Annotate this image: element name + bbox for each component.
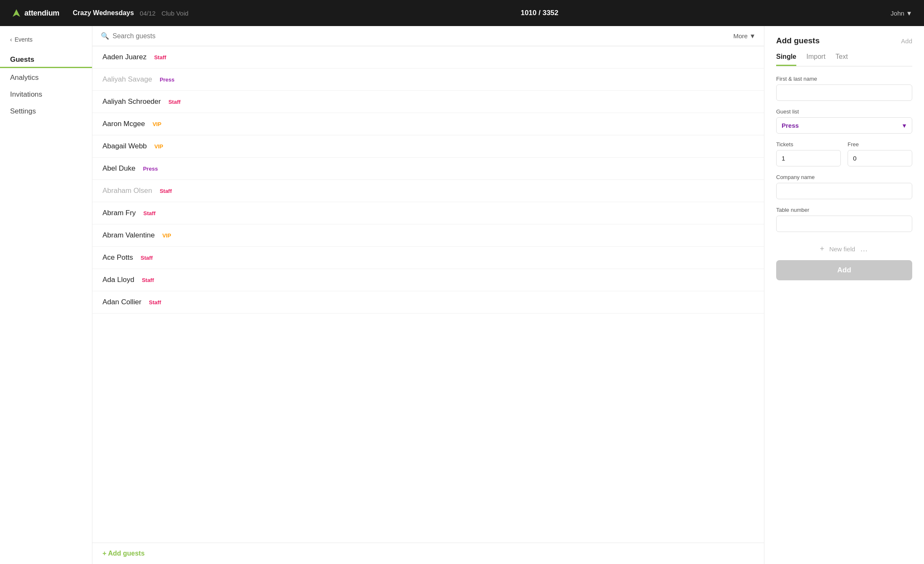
guest-list: Aaden Juarez Staff Aaliyah Savage Press … — [92, 46, 764, 543]
top-nav: attendium Crazy Wednesdays 04/12 Club Vo… — [0, 0, 924, 26]
guest-name: Ada Lloyd — [102, 276, 134, 284]
table-field-group: Table number — [776, 207, 912, 232]
sidebar-item-settings[interactable]: Settings — [0, 103, 92, 120]
company-input[interactable] — [776, 183, 912, 199]
search-input[interactable] — [113, 32, 730, 40]
tickets-free-row: Tickets Free — [776, 141, 912, 174]
more-chevron-icon: ▼ — [749, 32, 756, 40]
company-field-group: Company name — [776, 174, 912, 199]
guest-list-select-wrap: PressStaffVIP ▼ — [776, 117, 912, 134]
user-chevron-icon: ▼ — [906, 10, 912, 17]
attendance-count: 1010 / 3352 — [521, 9, 559, 17]
add-guests-footer: + Add guests — [92, 543, 764, 564]
guest-name: Aaliyah Savage — [102, 75, 152, 84]
free-input[interactable] — [848, 150, 912, 166]
tabs: SingleImportText — [776, 53, 912, 66]
event-date: 04/12 — [140, 10, 156, 17]
guest-tag: Staff — [140, 209, 159, 217]
tickets-label: Tickets — [776, 141, 841, 148]
guest-item[interactable]: Adan Collier Staff — [92, 291, 764, 314]
guest-tag: Staff — [146, 298, 165, 306]
user-name: John — [891, 10, 905, 17]
guest-name: Abraham Olsen — [102, 187, 152, 195]
guest-list-select[interactable]: PressStaffVIP — [776, 117, 912, 134]
guest-tag: VIP — [151, 142, 167, 150]
name-field-group: First & last name — [776, 76, 912, 101]
logo-icon — [12, 8, 21, 18]
guest-tag: Staff — [151, 53, 170, 61]
add-guests-footer-label: + Add guests — [102, 550, 144, 557]
guest-tag: Press — [139, 165, 161, 173]
add-guests-panel: Add guests Add SingleImportText First & … — [764, 26, 924, 564]
guest-name: Abram Valentine — [102, 231, 155, 240]
sidebar-item-guests-label: Guests — [10, 55, 34, 63]
back-label: Events — [15, 36, 33, 43]
guest-tag: Staff — [165, 98, 184, 106]
new-field-label: New field — [829, 245, 855, 253]
new-field-plus-icon: + — [820, 245, 824, 253]
search-icon: 🔍 — [101, 32, 109, 40]
add-guests-footer-button[interactable]: + Add guests — [102, 550, 754, 557]
guest-name: Ace Potts — [102, 253, 133, 262]
event-info: Crazy Wednesdays 04/12 Club Void — [73, 9, 188, 17]
guest-item[interactable]: Ace Potts Staff — [92, 247, 764, 269]
guest-tag: Staff — [139, 276, 158, 284]
search-bar: 🔍 More ▼ — [92, 26, 764, 46]
user-menu[interactable]: John ▼ — [891, 10, 912, 17]
guest-item[interactable]: Aaron Mcgee VIP — [92, 113, 764, 135]
tab-text[interactable]: Text — [835, 53, 848, 66]
guest-name: Aaliyah Schroeder — [102, 98, 161, 106]
sidebar-item-analytics[interactable]: Analytics — [0, 69, 92, 86]
more-options-icon[interactable]: … — [860, 245, 869, 253]
sidebar-item-analytics-label: Analytics — [10, 74, 39, 82]
more-button[interactable]: More ▼ — [733, 32, 756, 40]
name-label: First & last name — [776, 76, 912, 82]
guest-item[interactable]: Aaliyah Schroeder Staff — [92, 91, 764, 113]
free-field-group: Free — [848, 141, 912, 166]
tab-import[interactable]: Import — [806, 53, 825, 66]
event-venue: Club Void — [161, 10, 188, 17]
back-chevron-icon: ‹ — [10, 36, 12, 43]
sidebar-back-button[interactable]: ‹ Events — [0, 36, 92, 51]
guest-panel: 🔍 More ▼ Aaden Juarez Staff Aaliyah Sava… — [92, 26, 764, 564]
company-label: Company name — [776, 174, 912, 180]
sidebar: ‹ Events Guests Analytics Invitations Se… — [0, 26, 92, 564]
guest-item[interactable]: Abagail Webb VIP — [92, 135, 764, 158]
guest-item[interactable]: Aaliyah Savage Press — [92, 69, 764, 91]
guest-name: Adan Collier — [102, 298, 142, 306]
table-input[interactable] — [776, 216, 912, 232]
svg-marker-0 — [13, 9, 20, 17]
name-input[interactable] — [776, 84, 912, 101]
guest-name: Abel Duke — [102, 164, 135, 173]
guest-tag: VIP — [159, 232, 174, 240]
add-panel-add-link[interactable]: Add — [901, 37, 912, 45]
logo: attendium — [12, 8, 59, 18]
guest-tag: Press — [156, 76, 178, 84]
tickets-field-group: Tickets — [776, 141, 841, 166]
guest-list-label: Guest list — [776, 108, 912, 115]
guest-tag: VIP — [149, 120, 165, 128]
tab-single[interactable]: Single — [776, 53, 796, 66]
guest-item[interactable]: Ada Lloyd Staff — [92, 269, 764, 291]
guest-list-field-group: Guest list PressStaffVIP ▼ — [776, 108, 912, 134]
guest-item[interactable]: Aaden Juarez Staff — [92, 46, 764, 69]
add-panel-title: Add guests — [776, 36, 819, 45]
more-label: More — [733, 32, 748, 40]
new-field-row[interactable]: + New field … — [776, 240, 912, 258]
guest-item[interactable]: Abel Duke Press — [92, 158, 764, 180]
table-label: Table number — [776, 207, 912, 213]
guest-tag: Staff — [137, 254, 156, 262]
sidebar-item-guests[interactable]: Guests — [0, 51, 92, 68]
add-submit-button[interactable]: Add — [776, 260, 912, 280]
logo-text: attendium — [24, 9, 59, 18]
guest-item[interactable]: Abram Fry Staff — [92, 202, 764, 224]
sidebar-item-invitations-label: Invitations — [10, 90, 42, 98]
guest-item[interactable]: Abraham Olsen Staff — [92, 180, 764, 202]
guest-name: Abram Fry — [102, 209, 136, 217]
guest-name: Abagail Webb — [102, 142, 147, 150]
guest-item[interactable]: Abram Valentine VIP — [92, 224, 764, 247]
sidebar-item-invitations[interactable]: Invitations — [0, 86, 92, 103]
tickets-input[interactable] — [776, 150, 841, 166]
guest-name: Aaron Mcgee — [102, 120, 145, 128]
guest-name: Aaden Juarez — [102, 53, 147, 61]
